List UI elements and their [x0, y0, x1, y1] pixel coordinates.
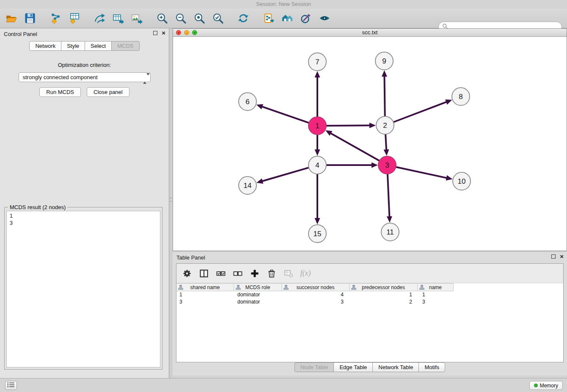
save-session-button[interactable] — [23, 11, 37, 25]
table-panel-tabs: Node TableEdge TableNetwork TableMotifs — [173, 362, 567, 372]
zoom-in-icon — [156, 12, 168, 24]
memory-button[interactable]: Memory — [529, 381, 563, 390]
tab-network-table[interactable]: Network Table — [372, 362, 419, 372]
tab-network[interactable]: Network — [29, 41, 61, 51]
close-panel-button[interactable]: Close panel — [87, 87, 129, 97]
settings-gear-button[interactable] — [182, 268, 193, 279]
column-header-mcds_role[interactable]: MCDS role — [234, 283, 282, 291]
float-panel-icon[interactable] — [153, 31, 157, 35]
graph-edge-3-1[interactable] — [325, 130, 380, 161]
tab-mcds[interactable]: MCDS — [111, 41, 139, 51]
task-history-button[interactable] — [5, 381, 17, 390]
node-table-container: f(x) shared nameMCDS rolesuccessor nodes… — [176, 263, 564, 362]
table-panel: Table Panel × f(x) shared nameMCDS roles… — [173, 252, 567, 375]
clipboard-network-icon — [263, 12, 275, 24]
mcds-result-list[interactable]: 13 — [6, 211, 160, 367]
graph-edge-2-3[interactable] — [384, 133, 389, 156]
split-columns-button[interactable] — [198, 268, 209, 279]
graph-node-10[interactable]: 10 — [453, 172, 471, 190]
apply-style-button[interactable] — [299, 11, 313, 25]
graph-node-15[interactable]: 15 — [308, 225, 326, 243]
control-panel: Control Panel × NetworkStyleSelectMCDS O… — [0, 28, 169, 378]
zoom-selected-button[interactable] — [211, 11, 225, 25]
graph-edge-1-7[interactable] — [315, 71, 320, 118]
deselect-all-button[interactable] — [232, 268, 243, 279]
table-panel-title: Table Panel — [176, 254, 205, 261]
import-table-icon — [68, 12, 80, 24]
delete-row-button[interactable] — [266, 268, 277, 279]
minimize-window-icon[interactable]: – — [184, 30, 189, 35]
run-mcds-button[interactable]: Run MCDS — [39, 87, 81, 97]
graph-node-4[interactable]: 4 — [308, 156, 326, 174]
control-panel-header: Control Panel × — [0, 28, 169, 39]
graph-edge-2-9[interactable] — [382, 70, 387, 117]
close-panel-icon[interactable]: × — [162, 31, 165, 35]
show-hide-panel-button[interactable] — [317, 11, 332, 25]
graph-node-14[interactable]: 14 — [239, 177, 256, 194]
graph-node-9[interactable]: 9 — [375, 52, 393, 70]
float-table-panel-icon[interactable] — [551, 254, 556, 259]
refresh-layout-button[interactable] — [236, 11, 250, 25]
column-tree-icon — [284, 285, 289, 291]
graph-node-label: 11 — [386, 228, 394, 236]
graph-node-label: 14 — [244, 182, 252, 190]
tab-node-table[interactable]: Node Table — [295, 362, 334, 372]
table-header-row: shared nameMCDS rolesuccessor nodesprede… — [176, 283, 563, 291]
zoom-in-button[interactable] — [155, 11, 169, 25]
column-tree-icon — [178, 285, 183, 291]
clipboard-network-button[interactable] — [261, 11, 276, 25]
home-network-button[interactable] — [280, 11, 295, 25]
open-file-button[interactable] — [4, 11, 19, 25]
export-image-button[interactable] — [129, 11, 144, 25]
column-header-shared_name[interactable]: shared name — [176, 283, 234, 291]
select-all-button[interactable] — [215, 268, 226, 279]
column-label: successor nodes — [296, 284, 334, 290]
tab-edge-table[interactable]: Edge Table — [333, 362, 373, 372]
maximize-window-icon[interactable]: + — [192, 30, 197, 35]
tab-style[interactable]: Style — [61, 41, 85, 51]
close-window-icon[interactable]: × — [176, 30, 181, 35]
graph-edge-1-2[interactable] — [325, 123, 376, 128]
graph-node-6[interactable]: 6 — [239, 93, 256, 110]
table-row[interactable]: 3dominator323 — [176, 298, 563, 306]
tab-motifs[interactable]: Motifs — [418, 362, 445, 372]
column-label: MCDS role — [245, 284, 270, 290]
graph-node-8[interactable]: 8 — [452, 88, 470, 105]
column-header-successor_nodes[interactable]: successor nodes — [281, 283, 350, 291]
column-header-name[interactable]: name — [417, 283, 454, 291]
zoom-fit-button[interactable] — [192, 11, 206, 25]
tab-select[interactable]: Select — [85, 41, 112, 51]
optimization-select[interactable]: strongly connected component — [19, 72, 151, 82]
table-row[interactable]: 1dominator411 — [176, 291, 563, 298]
export-network-button[interactable] — [92, 11, 107, 25]
network-canvas[interactable]: 7968124314101511 — [173, 37, 567, 251]
split-columns-icon — [199, 269, 209, 278]
vertical-splitter[interactable] — [169, 28, 173, 378]
application-window: Session: New Session Control Panel × Net… — [0, 0, 567, 392]
add-row-button[interactable] — [249, 268, 260, 279]
mcds-result-value: 3 — [10, 220, 157, 227]
export-table-button[interactable] — [111, 11, 125, 25]
cell-mcds_role: dominator — [234, 298, 283, 306]
graph-edge-3-11[interactable] — [387, 173, 392, 223]
graph-edge-3-10[interactable] — [395, 167, 453, 181]
graph-edge-2-8[interactable] — [393, 99, 452, 122]
graph-edge-4-14[interactable] — [256, 167, 310, 184]
graph-node-11[interactable]: 11 — [381, 223, 399, 241]
graph-edge-1-6[interactable] — [256, 104, 310, 123]
graph-node-3[interactable]: 3 — [378, 156, 396, 174]
graph-node-label: 10 — [458, 177, 466, 185]
delete-table-icon — [284, 269, 293, 278]
column-header-predecessor_nodes[interactable]: predecessor nodes — [349, 283, 418, 291]
close-table-panel-icon[interactable]: × — [560, 254, 564, 259]
zoom-out-button[interactable] — [173, 11, 188, 25]
graph-edge-4-15[interactable] — [315, 173, 320, 224]
graph-edge-4-3[interactable] — [325, 163, 378, 168]
graph-node-2[interactable]: 2 — [376, 116, 394, 134]
import-network-button[interactable] — [48, 11, 63, 25]
graph-edge-1-4[interactable] — [315, 134, 320, 156]
import-table-button[interactable] — [67, 11, 81, 25]
cell-predecessor_nodes: 1 — [351, 291, 419, 298]
graph-node-1[interactable]: 1 — [308, 117, 326, 135]
graph-node-7[interactable]: 7 — [308, 53, 326, 71]
